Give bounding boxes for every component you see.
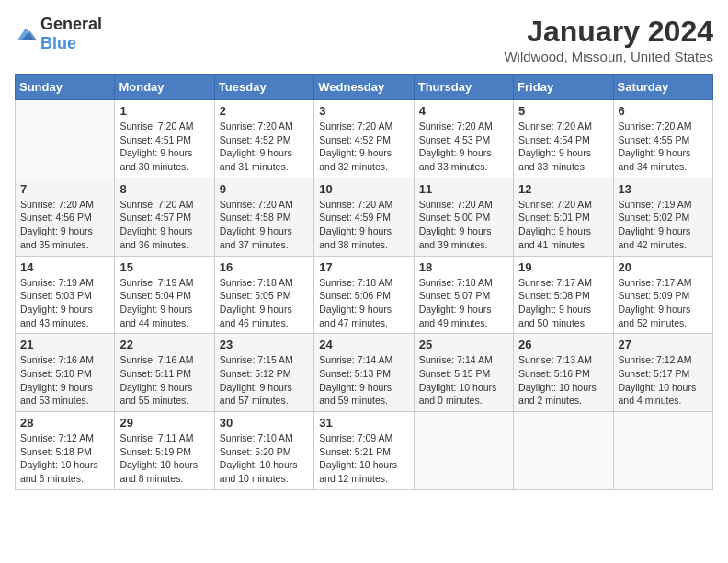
day-cell: 4Sunrise: 7:20 AMSunset: 4:53 PMDaylight… [414,100,513,178]
col-header-thursday: Thursday [414,75,513,100]
day-cell: 14Sunrise: 7:19 AMSunset: 5:03 PMDayligh… [16,256,115,334]
day-number: 31 [319,416,408,430]
day-number: 22 [119,338,209,351]
logo: General Blue [15,15,102,53]
day-cell [514,412,613,490]
day-cell: 28Sunrise: 7:12 AMSunset: 5:18 PMDayligh… [16,412,115,490]
day-cell: 31Sunrise: 7:09 AMSunset: 5:21 PMDayligh… [314,412,414,490]
day-cell [613,412,712,490]
day-info: Sunrise: 7:12 AMSunset: 5:17 PMDaylight:… [619,353,708,408]
day-cell: 2Sunrise: 7:20 AMSunset: 4:52 PMDaylight… [214,100,313,178]
day-info: Sunrise: 7:18 AMSunset: 5:06 PMDaylight:… [319,276,408,330]
day-info: Sunrise: 7:20 AMSunset: 4:55 PMDaylight:… [619,120,708,174]
calendar-subtitle: Wildwood, Missouri, United States [504,49,713,64]
logo-icon [15,25,37,43]
day-cell: 24Sunrise: 7:14 AMSunset: 5:13 PMDayligh… [314,334,414,412]
col-header-wednesday: Wednesday [314,75,414,100]
col-header-saturday: Saturday [613,75,712,100]
day-info: Sunrise: 7:15 AMSunset: 5:12 PMDaylight:… [220,353,309,408]
day-number: 14 [20,260,109,274]
day-info: Sunrise: 7:09 AMSunset: 5:21 PMDaylight:… [319,431,408,486]
day-number: 18 [419,260,508,274]
day-number: 29 [119,416,209,430]
day-number: 7 [20,182,109,196]
day-cell: 23Sunrise: 7:15 AMSunset: 5:12 PMDayligh… [214,334,313,412]
day-number: 8 [119,182,209,196]
col-header-friday: Friday [514,75,613,100]
week-row-1: 1Sunrise: 7:20 AMSunset: 4:51 PMDaylight… [16,100,713,178]
col-header-monday: Monday [115,75,214,100]
day-number: 16 [220,260,309,274]
day-number: 5 [518,104,608,118]
day-info: Sunrise: 7:11 AMSunset: 5:19 PMDaylight:… [119,431,209,486]
day-number: 21 [20,338,109,351]
day-cell: 15Sunrise: 7:19 AMSunset: 5:04 PMDayligh… [115,256,214,334]
day-info: Sunrise: 7:20 AMSunset: 4:56 PMDaylight:… [20,198,109,252]
day-number: 4 [419,104,508,118]
day-info: Sunrise: 7:20 AMSunset: 5:01 PMDaylight:… [518,198,608,252]
logo-blue: Blue [40,34,76,52]
day-info: Sunrise: 7:10 AMSunset: 5:20 PMDaylight:… [220,431,309,486]
day-cell: 12Sunrise: 7:20 AMSunset: 5:01 PMDayligh… [514,178,613,256]
week-row-5: 28Sunrise: 7:12 AMSunset: 5:18 PMDayligh… [16,412,713,490]
day-cell: 7Sunrise: 7:20 AMSunset: 4:56 PMDaylight… [16,178,115,256]
day-number: 1 [119,104,209,118]
day-number: 28 [20,416,109,430]
day-cell: 30Sunrise: 7:10 AMSunset: 5:20 PMDayligh… [214,412,313,490]
day-info: Sunrise: 7:20 AMSunset: 5:00 PMDaylight:… [419,198,508,252]
day-info: Sunrise: 7:13 AMSunset: 5:16 PMDaylight:… [518,353,608,408]
day-info: Sunrise: 7:16 AMSunset: 5:11 PMDaylight:… [119,353,209,408]
day-number: 9 [220,182,309,196]
day-info: Sunrise: 7:14 AMSunset: 5:13 PMDaylight:… [319,353,408,408]
day-info: Sunrise: 7:16 AMSunset: 5:10 PMDaylight:… [20,353,109,408]
calendar-table: SundayMondayTuesdayWednesdayThursdayFrid… [15,74,713,490]
day-number: 20 [619,260,708,274]
day-cell: 3Sunrise: 7:20 AMSunset: 4:52 PMDaylight… [314,100,414,178]
week-row-3: 14Sunrise: 7:19 AMSunset: 5:03 PMDayligh… [16,256,713,334]
day-cell: 22Sunrise: 7:16 AMSunset: 5:11 PMDayligh… [115,334,214,412]
day-number: 2 [220,104,309,118]
day-number: 30 [220,416,309,430]
day-number: 15 [119,260,209,274]
day-cell: 27Sunrise: 7:12 AMSunset: 5:17 PMDayligh… [613,334,712,412]
title-area: January 2024 Wildwood, Missouri, United … [504,15,713,64]
header: General Blue January 2024 Wildwood, Miss… [15,15,713,64]
day-number: 3 [319,104,408,118]
day-info: Sunrise: 7:18 AMSunset: 5:07 PMDaylight:… [419,276,508,330]
day-cell: 29Sunrise: 7:11 AMSunset: 5:19 PMDayligh… [115,412,214,490]
day-info: Sunrise: 7:20 AMSunset: 4:51 PMDaylight:… [119,120,209,174]
day-info: Sunrise: 7:20 AMSunset: 4:53 PMDaylight:… [419,120,508,174]
day-cell: 1Sunrise: 7:20 AMSunset: 4:51 PMDaylight… [115,100,214,178]
week-row-2: 7Sunrise: 7:20 AMSunset: 4:56 PMDaylight… [16,178,713,256]
day-info: Sunrise: 7:14 AMSunset: 5:15 PMDaylight:… [419,353,508,408]
col-header-sunday: Sunday [16,75,115,100]
day-number: 23 [220,338,309,351]
day-cell: 25Sunrise: 7:14 AMSunset: 5:15 PMDayligh… [414,334,513,412]
day-info: Sunrise: 7:20 AMSunset: 4:54 PMDaylight:… [518,120,608,174]
col-header-tuesday: Tuesday [214,75,313,100]
day-number: 27 [619,338,708,351]
day-info: Sunrise: 7:20 AMSunset: 4:58 PMDaylight:… [220,198,309,252]
logo-text: General Blue [40,15,102,53]
day-cell: 5Sunrise: 7:20 AMSunset: 4:54 PMDaylight… [514,100,613,178]
day-info: Sunrise: 7:12 AMSunset: 5:18 PMDaylight:… [20,431,109,486]
day-cell: 19Sunrise: 7:17 AMSunset: 5:08 PMDayligh… [514,256,613,334]
day-number: 19 [518,260,608,274]
day-info: Sunrise: 7:20 AMSunset: 4:52 PMDaylight:… [220,120,309,174]
day-info: Sunrise: 7:19 AMSunset: 5:02 PMDaylight:… [619,198,708,252]
day-cell: 17Sunrise: 7:18 AMSunset: 5:06 PMDayligh… [314,256,414,334]
day-number: 26 [518,338,608,351]
day-cell: 18Sunrise: 7:18 AMSunset: 5:07 PMDayligh… [414,256,513,334]
day-cell: 16Sunrise: 7:18 AMSunset: 5:05 PMDayligh… [214,256,313,334]
day-cell: 9Sunrise: 7:20 AMSunset: 4:58 PMDaylight… [214,178,313,256]
day-number: 10 [319,182,408,196]
day-number: 25 [419,338,508,351]
calendar-title: January 2024 [504,15,713,49]
day-info: Sunrise: 7:19 AMSunset: 5:04 PMDaylight:… [119,276,209,330]
day-number: 6 [619,104,708,118]
day-cell: 26Sunrise: 7:13 AMSunset: 5:16 PMDayligh… [514,334,613,412]
day-number: 12 [518,182,608,196]
day-number: 13 [619,182,708,196]
day-info: Sunrise: 7:20 AMSunset: 4:52 PMDaylight:… [319,120,408,174]
header-row: SundayMondayTuesdayWednesdayThursdayFrid… [16,75,713,100]
